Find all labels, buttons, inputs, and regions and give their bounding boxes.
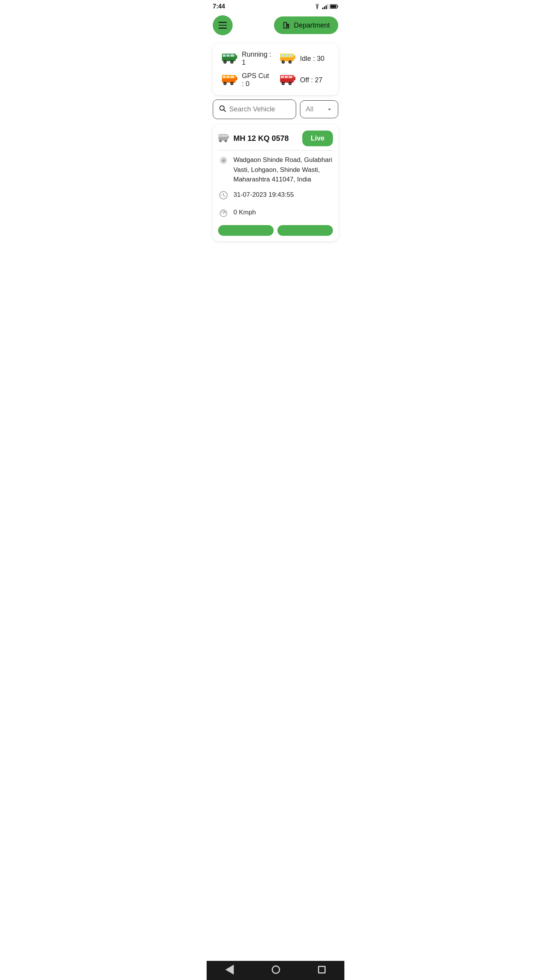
location-row: Wadgaon Shinde Road, Gulabhari Vasti, Lo… [218, 155, 333, 185]
svg-rect-31 [227, 76, 230, 78]
svg-point-37 [231, 83, 233, 84]
svg-rect-10 [223, 54, 226, 57]
status-time: 7:44 [213, 3, 225, 10]
svg-rect-20 [281, 54, 284, 57]
svg-point-57 [220, 140, 221, 142]
header: Department [207, 11, 344, 41]
svg-point-35 [224, 83, 226, 84]
stats-card: Running : 1 [213, 44, 338, 95]
speed-icon [218, 208, 229, 220]
speed-row: 0 Kmph [218, 207, 333, 220]
svg-rect-33 [236, 77, 237, 80]
svg-point-25 [282, 61, 284, 63]
off-bus-icon [279, 73, 296, 87]
svg-point-0 [317, 8, 318, 10]
svg-point-15 [224, 61, 226, 63]
svg-rect-54 [225, 135, 227, 137]
svg-rect-52 [219, 135, 221, 137]
idle-label: Idle : 30 [300, 55, 324, 63]
status-bar: 7:44 [207, 0, 344, 11]
svg-point-45 [282, 83, 284, 84]
svg-rect-42 [289, 76, 292, 78]
timestamp-text: 31-07-2023 19:43:55 [233, 190, 294, 200]
battery-icon [330, 4, 338, 9]
svg-rect-6 [337, 6, 338, 7]
card-divider [218, 150, 333, 150]
svg-point-17 [231, 61, 233, 63]
svg-rect-7 [331, 5, 336, 8]
svg-rect-4 [328, 4, 329, 9]
idle-bus-icon [279, 51, 296, 66]
hamburger-icon [218, 22, 227, 29]
svg-rect-55 [228, 136, 229, 139]
svg-rect-12 [230, 54, 234, 57]
menu-button[interactable] [213, 15, 233, 35]
wifi-icon [314, 4, 321, 9]
signal-icon [322, 4, 328, 9]
svg-point-59 [225, 140, 227, 142]
gps-cut-bus-icon [221, 73, 238, 87]
svg-rect-13 [236, 55, 237, 59]
running-label: Running : 1 [242, 51, 272, 67]
gps-cut-label: GPS Cut : 0 [242, 72, 272, 88]
svg-point-61 [222, 158, 225, 162]
stat-idle: Idle : 30 [276, 51, 334, 67]
svg-point-47 [289, 83, 291, 84]
svg-rect-11 [227, 54, 230, 57]
department-label: Department [294, 21, 330, 29]
svg-point-62 [222, 159, 223, 160]
svg-rect-30 [223, 76, 226, 78]
chevron-down-icon [326, 106, 333, 113]
svg-rect-53 [222, 135, 224, 137]
building-icon [282, 21, 291, 29]
department-button[interactable]: Department [274, 16, 338, 34]
search-box[interactable] [213, 100, 296, 119]
stat-gps-cut: GPS Cut : 0 [217, 72, 276, 88]
svg-rect-43 [294, 77, 295, 80]
svg-rect-3 [326, 5, 327, 9]
speed-text: 0 Kmph [233, 207, 256, 217]
svg-line-49 [224, 110, 226, 112]
vehicle-card-header: MH 12 KQ 0578 Live [218, 131, 333, 146]
vehicle-bus-icon [218, 132, 230, 145]
svg-rect-21 [285, 54, 288, 57]
timestamp-row: 31-07-2023 19:43:55 [218, 190, 333, 202]
live-button[interactable]: Live [302, 131, 333, 146]
filter-dropdown[interactable]: All [300, 100, 338, 118]
bottom-buttons [218, 225, 333, 236]
vehicle-card: MH 12 KQ 0578 Live Wadgaon Shinde Road, … [213, 124, 338, 241]
filter-label: All [306, 105, 323, 113]
search-filter-row: All [213, 100, 338, 119]
svg-rect-22 [289, 54, 292, 57]
running-bus-icon [221, 51, 238, 66]
svg-rect-41 [285, 76, 288, 78]
status-icons [314, 4, 338, 9]
vehicle-id: MH 12 KQ 0578 [233, 134, 289, 143]
time-icon [218, 191, 229, 202]
stats-grid: Running : 1 [217, 51, 334, 88]
location-icon [218, 156, 229, 167]
card-action-btn-1[interactable] [218, 225, 274, 236]
stat-running: Running : 1 [217, 51, 276, 67]
card-action-btn-2[interactable] [277, 225, 333, 236]
off-label: Off : 27 [300, 76, 323, 84]
svg-rect-40 [281, 76, 284, 78]
search-input[interactable] [229, 105, 290, 113]
svg-rect-1 [322, 8, 323, 9]
vehicle-id-row: MH 12 KQ 0578 [218, 132, 289, 145]
search-icon [218, 105, 226, 114]
svg-point-66 [223, 212, 224, 214]
svg-rect-2 [324, 7, 325, 9]
location-text: Wadgaon Shinde Road, Gulabhari Vasti, Lo… [233, 155, 333, 185]
svg-rect-32 [230, 76, 234, 78]
svg-point-27 [289, 61, 291, 63]
stat-off: Off : 27 [276, 72, 334, 88]
svg-rect-23 [294, 55, 295, 59]
